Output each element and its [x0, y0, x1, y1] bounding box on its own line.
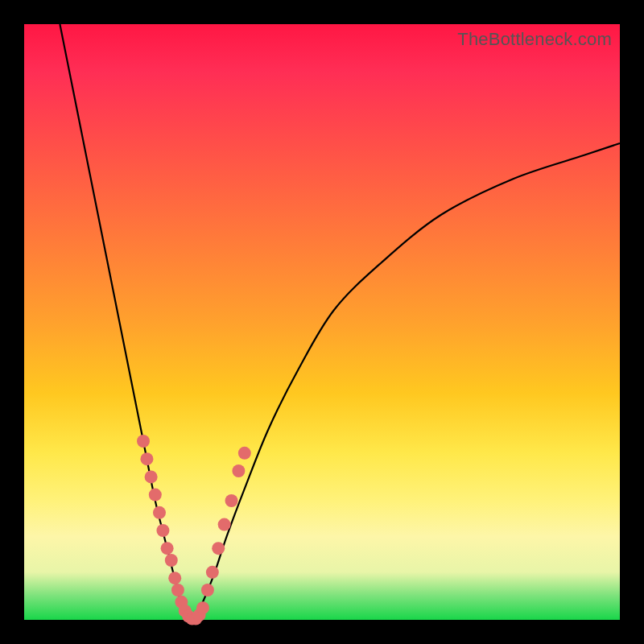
data-marker	[165, 554, 178, 567]
plot-area: TheBottleneck.com	[24, 24, 620, 620]
data-marker	[156, 524, 169, 537]
data-marker	[153, 506, 166, 519]
data-marker	[201, 584, 214, 597]
data-marker	[232, 464, 245, 477]
data-marker	[149, 489, 162, 502]
curve-left	[60, 24, 191, 620]
curve-right	[191, 143, 620, 620]
data-marker	[137, 435, 150, 448]
data-marker	[168, 572, 181, 584]
marker-group	[137, 435, 251, 625]
data-marker	[225, 494, 238, 507]
data-marker	[212, 542, 225, 555]
data-marker	[238, 447, 251, 460]
data-marker	[161, 542, 174, 555]
data-marker	[140, 452, 153, 465]
data-marker	[206, 566, 219, 579]
data-marker	[145, 470, 158, 483]
data-marker	[196, 601, 209, 614]
bottleneck-curve	[24, 24, 620, 620]
data-marker	[171, 584, 184, 597]
data-marker	[218, 518, 231, 531]
chart-frame: TheBottleneck.com	[0, 0, 644, 644]
